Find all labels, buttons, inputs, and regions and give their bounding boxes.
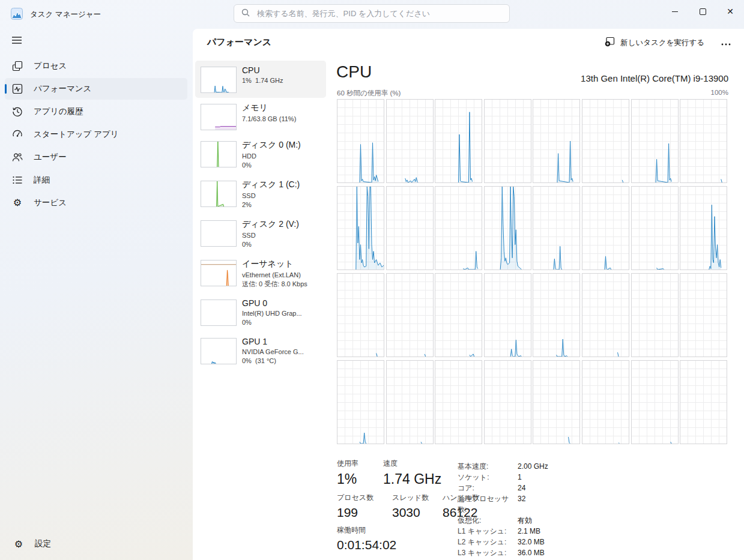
cpu-core-graph-14	[631, 186, 679, 270]
perf-card-title: イーサネット	[242, 259, 307, 269]
perf-card-subtitle: 2%	[242, 200, 300, 209]
cpu-stats-right: 基本速度:2.00 GHzソケット:1コア:24論理プロセッサ数:32仮想化:有…	[458, 461, 548, 558]
perf-card-subtitle: HDD	[242, 152, 301, 161]
run-new-task-button[interactable]: 新しいタスクを実行する	[597, 33, 712, 52]
uptime-value: 0:01:54:02	[337, 538, 396, 552]
sidebar-item-startup-apps[interactable]: スタートアップ アプリ	[5, 124, 187, 145]
perf-card-subtitle: SSD	[242, 191, 300, 200]
ethernet-mini-chart	[201, 260, 237, 286]
perf-card-title: ディスク 1 (C:)	[242, 179, 300, 190]
maximize-button[interactable]	[689, 0, 716, 23]
perf-card-subtitle: 0% (31 °C)	[242, 357, 304, 366]
stat-論理プロセッサ数: 論理プロセッサ数:32	[458, 493, 548, 515]
perf-card-gpu0[interactable]: GPU 0Intel(R) UHD Grap...0%	[195, 294, 326, 332]
gear-icon: ⚙	[13, 538, 25, 550]
window-title: タスク マネージャー	[30, 10, 101, 20]
stat-基本速度: 基本速度:2.00 GHz	[458, 461, 548, 472]
perf-card-cpu[interactable]: CPU1% 1.74 GHz	[195, 61, 326, 98]
cpu-core-graph-20	[533, 273, 580, 357]
graph-caption: 60 秒間の使用率 (%)	[337, 89, 401, 98]
cpu-core-graph-7	[680, 99, 727, 183]
settings-label: 設定	[35, 538, 51, 549]
sidebar-item-settings[interactable]: ⚙ 設定	[5, 532, 187, 556]
perf-card-memory[interactable]: メモリ7.1/63.8 GB (11%)	[195, 98, 326, 135]
stat-速度: 速度1.74 GHz	[383, 459, 441, 487]
perf-card-title: GPU 0	[242, 298, 302, 308]
sidebar-item-details[interactable]: 詳細	[5, 169, 187, 191]
memory-mini-chart	[201, 104, 237, 130]
minimize-button[interactable]	[661, 0, 689, 23]
run-new-task-label: 新しいタスクを実行する	[620, 38, 704, 48]
perf-card-title: CPU	[242, 65, 283, 75]
cpu-core-graph-grid	[337, 99, 727, 444]
sidebar-item-label: ユーザー	[34, 152, 67, 163]
maximize-icon	[700, 8, 706, 15]
performance-sidebar-list: CPU1% 1.74 GHzメモリ7.1/63.8 GB (11%)ディスク 0…	[195, 61, 326, 370]
cpu-core-graph-15	[680, 186, 727, 270]
sidebar-item-processes[interactable]: プロセス	[5, 55, 187, 77]
perf-card-subtitle: NVIDIA GeForce G...	[242, 348, 304, 357]
cpu-pane-title: CPU	[336, 62, 372, 82]
more-options-button[interactable]	[715, 33, 737, 52]
stat-L3 キャッシュ: L3 キャッシュ:36.0 MB	[458, 547, 548, 558]
perf-card-disk0[interactable]: ディスク 0 (M:)HDD0%	[195, 135, 326, 175]
perf-card-gpu1[interactable]: GPU 1NVIDIA GeForce G...0% (31 °C)	[195, 332, 326, 370]
stat-プロセス数: プロセス数199	[337, 493, 380, 520]
sidebar-item-label: スタートアップ アプリ	[34, 129, 119, 140]
cpu-core-graph-26	[435, 360, 482, 444]
stat-ソケット: ソケット:1	[458, 472, 548, 483]
search-input[interactable]	[256, 8, 502, 19]
perf-card-title: GPU 1	[242, 337, 304, 346]
cpu-core-graph-27	[484, 360, 531, 444]
perf-card-title: ディスク 0 (M:)	[242, 140, 301, 151]
cpu-core-graph-22	[631, 273, 679, 357]
sidebar-item-app-history[interactable]: アプリの履歴	[5, 101, 187, 122]
perf-card-subtitle: 1% 1.74 GHz	[242, 76, 283, 85]
sidebar-item-performance[interactable]: パフォーマンス	[5, 78, 187, 100]
stat-L1 キャッシュ: L1 キャッシュ:2.1 MB	[458, 526, 548, 537]
perf-card-title: メモリ	[242, 103, 296, 113]
stat-使用率: 使用率1%	[337, 459, 371, 487]
cpu-core-graph-9	[386, 186, 434, 270]
performance-icon	[11, 83, 23, 95]
cpu-mini-chart	[201, 67, 237, 93]
sidebar-item-label: サービス	[34, 197, 67, 208]
perf-card-subtitle: 0%	[242, 318, 302, 327]
cpu-core-graph-11	[484, 186, 531, 270]
uptime-stat: 稼働時間 0:01:54:02	[337, 525, 396, 552]
cpu-core-graph-25	[386, 360, 434, 444]
services-icon: ⚙	[11, 197, 23, 209]
search-icon	[241, 8, 256, 19]
stat-コア: コア:24	[458, 483, 548, 493]
sidebar-item-label: アプリの履歴	[34, 106, 83, 117]
history-icon	[11, 106, 23, 118]
sidebar-nav: プロセスパフォーマンスアプリの履歴スタートアップ アプリユーザー詳細⚙サービス	[4, 54, 189, 215]
task-manager-app-icon	[11, 8, 23, 20]
cpu-core-graph-1	[386, 99, 434, 183]
graph-max-label: 100%	[711, 89, 728, 96]
cpu-core-graph-2	[435, 99, 482, 183]
stat-L2 キャッシュ: L2 キャッシュ:32.0 MB	[458, 537, 548, 547]
perf-card-subtitle: 7.1/63.8 GB (11%)	[242, 115, 296, 124]
processes-icon	[11, 60, 23, 72]
perf-card-subtitle: 0%	[242, 161, 301, 170]
sidebar-item-users[interactable]: ユーザー	[5, 146, 187, 168]
main-panel: パフォーマンス 新しいタスクを実行する CPU1% 1.74 GHzメモリ7.1…	[193, 29, 744, 560]
perf-card-subtitle: SSD	[242, 231, 299, 240]
navigation-menu-button[interactable]	[7, 31, 27, 52]
hamburger-icon	[12, 36, 22, 47]
perf-card-title: ディスク 2 (V:)	[242, 219, 299, 230]
perf-card-subtitle: vEthernet (Ext.LAN)	[242, 271, 307, 280]
cpu-core-graph-30	[631, 360, 679, 444]
sidebar-item-services[interactable]: ⚙サービス	[5, 192, 187, 214]
perf-card-disk1[interactable]: ディスク 1 (C:)SSD2%	[195, 175, 326, 214]
new-task-icon	[605, 37, 615, 49]
perf-card-ethernet[interactable]: イーサネットvEthernet (Ext.LAN)送信: 0 受信: 8.0 K…	[195, 254, 326, 294]
cpu-name: 13th Gen Intel(R) Core(TM) i9-13900	[581, 73, 728, 83]
perf-card-disk2[interactable]: ディスク 2 (V:)SSD0%	[195, 214, 326, 254]
cpu-core-graph-17	[386, 273, 434, 357]
close-button[interactable]: ✕	[716, 0, 744, 23]
cpu-core-graph-6	[631, 99, 679, 183]
stat-スレッド数: スレッド数3030	[392, 493, 431, 520]
search-box[interactable]	[234, 4, 510, 23]
